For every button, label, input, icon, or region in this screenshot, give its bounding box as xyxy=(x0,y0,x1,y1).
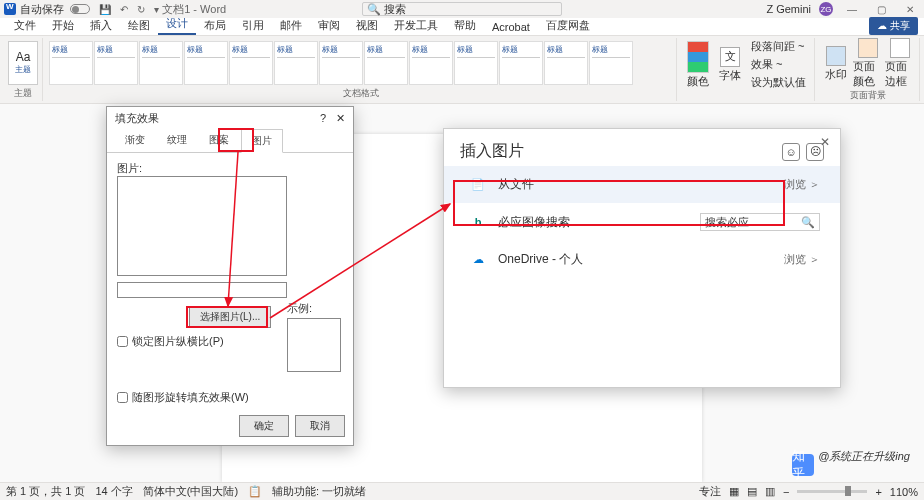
tab-开始[interactable]: 开始 xyxy=(44,16,82,35)
sample-preview xyxy=(287,318,341,372)
fill-tab-渐变[interactable]: 渐变 xyxy=(115,129,155,152)
format-style[interactable]: 标题 xyxy=(94,41,138,85)
picture-preview xyxy=(117,176,287,276)
sample-label: 示例: xyxy=(287,301,341,316)
format-style[interactable]: 标题 xyxy=(544,41,588,85)
autosave-label: 自动保存 xyxy=(20,2,64,17)
format-style[interactable]: 标题 xyxy=(319,41,363,85)
undo-icon[interactable]: ↶ xyxy=(120,4,128,15)
tab-文件[interactable]: 文件 xyxy=(6,16,44,35)
minimize-button[interactable]: — xyxy=(841,4,863,15)
fonts-button[interactable]: 文字体 xyxy=(715,47,745,83)
user-name[interactable]: Z Gemini xyxy=(766,3,811,15)
tab-百度网盘[interactable]: 百度网盘 xyxy=(538,16,598,35)
tab-Acrobat[interactable]: Acrobat xyxy=(484,19,538,35)
page-color-button[interactable]: 页面颜色 xyxy=(853,38,883,89)
zoom-level[interactable]: 110% xyxy=(890,486,918,498)
fill-tab-图案[interactable]: 图案 xyxy=(199,129,239,152)
tab-设计[interactable]: 设计 xyxy=(158,14,196,35)
picture-path[interactable] xyxy=(117,282,287,298)
ribbon: Aa 主题 主题 标题标题标题标题标题标题标题标题标题标题标题标题标题 文档格式… xyxy=(0,36,924,104)
ribbon-tabs: 文件开始插入绘图设计布局引用邮件审阅视图开发工具帮助Acrobat百度网盘☁ 共… xyxy=(0,18,924,36)
tab-布局[interactable]: 布局 xyxy=(196,16,234,35)
accessibility-status[interactable]: 辅助功能: 一切就绪 xyxy=(272,484,366,499)
page-borders-button[interactable]: 页面边框 xyxy=(885,38,915,89)
tab-邮件[interactable]: 邮件 xyxy=(272,16,310,35)
view-web-icon[interactable]: ▥ xyxy=(765,485,775,498)
view-read-icon[interactable]: ▤ xyxy=(747,485,757,498)
format-style[interactable]: 标题 xyxy=(499,41,543,85)
focus-mode[interactable]: 专注 xyxy=(699,484,721,499)
format-style[interactable]: 标题 xyxy=(49,41,93,85)
smile-icon[interactable]: ☺ xyxy=(782,143,800,161)
tab-引用[interactable]: 引用 xyxy=(234,16,272,35)
ribbon-option[interactable]: 设为默认值 xyxy=(747,74,810,91)
picture-label: 图片: xyxy=(117,161,343,176)
cancel-button[interactable]: 取消 xyxy=(295,415,345,437)
fill-effects-dialog: 填充效果 ?✕ 渐变纹理图案图片 图片: 选择图片(L)... 锁定图片纵横比(… xyxy=(106,106,354,446)
dialog-title: 插入图片 xyxy=(460,141,524,162)
avatar[interactable]: ZG xyxy=(819,2,833,16)
format-style[interactable]: 标题 xyxy=(274,41,318,85)
watermark-button[interactable]: 水印 xyxy=(821,46,851,82)
tab-审阅[interactable]: 审阅 xyxy=(310,16,348,35)
fill-tab-纹理[interactable]: 纹理 xyxy=(157,129,197,152)
zoom-slider[interactable] xyxy=(797,490,867,493)
word-count[interactable]: 14 个字 xyxy=(95,484,132,499)
search-box[interactable]: 🔍 搜索 xyxy=(362,2,562,16)
bing-icon: b xyxy=(470,214,486,230)
ok-button[interactable]: 确定 xyxy=(239,415,289,437)
view-print-icon[interactable]: ▦ xyxy=(729,485,739,498)
dialog-title: 填充效果 xyxy=(115,111,159,126)
close-icon[interactable]: ✕ xyxy=(820,135,830,149)
save-icon[interactable]: 💾 xyxy=(99,4,111,15)
bing-search-input[interactable]: 搜索必应🔍 xyxy=(700,213,820,231)
page-status[interactable]: 第 1 页，共 1 页 xyxy=(6,484,85,499)
ribbon-option[interactable]: 段落间距 ~ xyxy=(747,38,810,55)
close-icon[interactable]: ✕ xyxy=(336,112,345,125)
format-style[interactable]: 标题 xyxy=(184,41,228,85)
share-button[interactable]: ☁ 共享 xyxy=(869,17,918,35)
redo-icon[interactable]: ↻ xyxy=(137,4,145,15)
word-icon xyxy=(4,3,16,15)
language-status[interactable]: 简体中文(中国大陆) xyxy=(143,484,238,499)
rotate-fill-checkbox[interactable]: 随图形旋转填充效果(W) xyxy=(117,390,249,405)
from-file-option[interactable]: 📄 从文件 浏览 ＞ xyxy=(444,166,840,203)
zoom-out[interactable]: − xyxy=(783,486,789,498)
close-button[interactable]: ✕ xyxy=(900,4,920,15)
quick-access-toolbar: 💾 ↶ ↻ ▾ xyxy=(96,3,162,15)
browse-link[interactable]: 浏览 ＞ xyxy=(784,252,820,267)
help-icon[interactable]: ? xyxy=(320,112,326,125)
file-icon: 📄 xyxy=(470,177,486,193)
zoom-in[interactable]: + xyxy=(875,486,881,498)
format-style[interactable]: 标题 xyxy=(229,41,273,85)
maximize-button[interactable]: ▢ xyxy=(871,4,892,15)
bing-search-option[interactable]: b 必应图像搜索 搜索必应🔍 xyxy=(444,203,840,241)
fill-tabs: 渐变纹理图案图片 xyxy=(107,129,353,153)
select-picture-button[interactable]: 选择图片(L)... xyxy=(189,306,272,328)
onedrive-option[interactable]: ☁ OneDrive - 个人 浏览 ＞ xyxy=(444,241,840,278)
tab-帮助[interactable]: 帮助 xyxy=(446,16,484,35)
status-bar: 第 1 页，共 1 页 14 个字 简体中文(中国大陆) 📋 辅助功能: 一切就… xyxy=(0,482,924,500)
browse-link[interactable]: 浏览 ＞ xyxy=(784,177,820,192)
search-icon: 🔍 xyxy=(367,3,381,16)
format-style[interactable]: 标题 xyxy=(589,41,633,85)
themes-button[interactable]: Aa 主题 xyxy=(8,41,38,85)
format-style[interactable]: 标题 xyxy=(364,41,408,85)
ribbon-option[interactable]: 效果 ~ xyxy=(747,56,810,73)
onedrive-icon: ☁ xyxy=(470,252,486,268)
tab-绘图[interactable]: 绘图 xyxy=(120,16,158,35)
format-style[interactable]: 标题 xyxy=(139,41,183,85)
format-gallery[interactable]: 标题标题标题标题标题标题标题标题标题标题标题标题标题 xyxy=(49,41,633,85)
insert-picture-dialog: ✕ 插入图片 ☺ ☹ 📄 从文件 浏览 ＞ b 必应图像搜索 搜索必应🔍 ☁ O… xyxy=(443,128,841,388)
tab-视图[interactable]: 视图 xyxy=(348,16,386,35)
format-style[interactable]: 标题 xyxy=(454,41,498,85)
tab-开发工具[interactable]: 开发工具 xyxy=(386,16,446,35)
tab-插入[interactable]: 插入 xyxy=(82,16,120,35)
fill-tab-图片[interactable]: 图片 xyxy=(241,129,283,153)
colors-button[interactable]: 颜色 xyxy=(683,41,713,89)
format-style[interactable]: 标题 xyxy=(409,41,453,85)
autosave-toggle[interactable] xyxy=(70,4,90,14)
